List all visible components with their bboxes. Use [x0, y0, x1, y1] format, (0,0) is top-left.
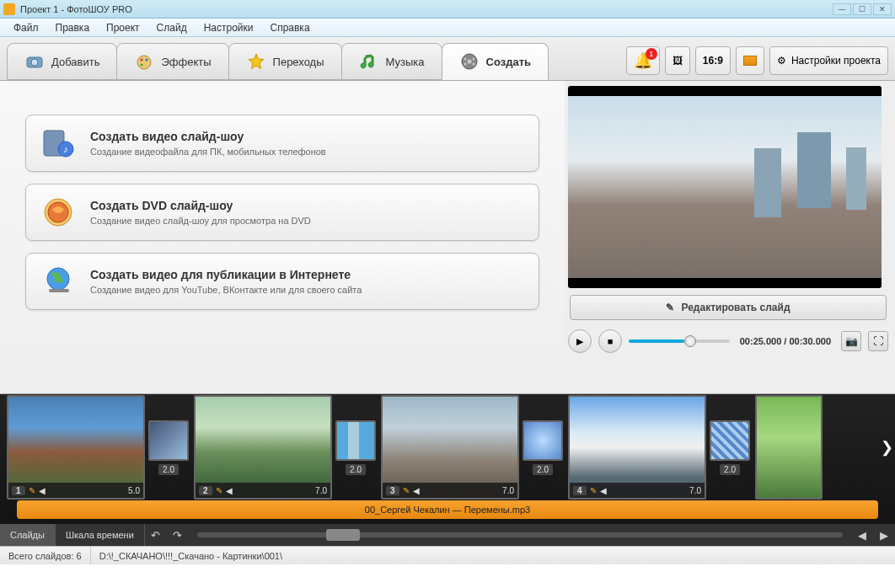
tab-label: Переходы	[273, 56, 324, 68]
snapshot-button[interactable]: 📷	[841, 331, 861, 351]
dvd-icon	[40, 194, 77, 231]
aspect-label: 16:9	[703, 55, 723, 67]
zoom-slider[interactable]	[197, 532, 843, 537]
svg-point-1	[31, 59, 38, 66]
create-video-button[interactable]: ♪ Создать видео слайд-шоу Создание видео…	[25, 115, 539, 172]
camera-small-icon: 📷	[845, 335, 858, 347]
transition-duration: 2.0	[158, 464, 179, 475]
zoom-out-button[interactable]: ◀	[851, 524, 873, 546]
menu-file[interactable]: Файл	[7, 19, 46, 36]
menu-project[interactable]: Проект	[99, 19, 147, 36]
transition-preview	[523, 420, 563, 461]
edit-icon[interactable]: ✎	[216, 486, 222, 495]
audio-track[interactable]: 00_Сергей Чекалин — Перемены.mp3	[17, 500, 878, 519]
svg-point-4	[146, 59, 148, 61]
seek-thumb[interactable]	[684, 335, 696, 347]
svg-point-11	[464, 63, 466, 66]
minimize-button[interactable]: —	[833, 3, 851, 15]
prev-icon[interactable]: ◀	[39, 486, 46, 495]
slide-number: 3	[386, 486, 399, 495]
tab-label: Эффекты	[161, 56, 211, 68]
camera-icon	[24, 51, 45, 72]
seek-bar[interactable]	[629, 339, 730, 343]
slide-number: 2	[199, 486, 212, 495]
status-total-slides: Всего слайдов: 6	[0, 547, 91, 564]
transition-thumb-2[interactable]: 2.0	[335, 420, 376, 475]
tab-transitions[interactable]: Переходы	[228, 43, 342, 80]
svg-point-9	[464, 58, 466, 61]
notifications-button[interactable]: 🔔1	[626, 46, 660, 75]
prev-icon[interactable]: ◀	[600, 486, 607, 495]
redo-button[interactable]: ↷	[167, 524, 189, 546]
create-internet-button[interactable]: Создать видео для публикации в Интернете…	[25, 253, 539, 310]
gear-icon: ⚙	[777, 55, 786, 67]
menu-bar: Файл Правка Проект Слайд Настройки Справ…	[0, 19, 895, 37]
scroll-right-button[interactable]: ❯	[881, 438, 893, 457]
transition-thumb-3[interactable]: 2.0	[523, 420, 563, 475]
fullscreen-icon: ⛶	[873, 335, 883, 347]
film-strip[interactable]: 1 ✎ ◀ 5.0 2.0 2 ✎ ◀ 7.0	[0, 394, 895, 500]
undo-button[interactable]: ↶	[145, 524, 167, 546]
edit-icon[interactable]: ✎	[590, 486, 597, 495]
tab-add[interactable]: Добавить	[7, 43, 117, 80]
crop-icon	[743, 56, 757, 66]
audio-track-label: 00_Сергей Чекалин — Перемены.mp3	[365, 505, 530, 515]
zoom-thumb[interactable]	[326, 529, 360, 541]
preview-panel: ✎ Редактировать слайд ▶ ■ 00:25.000 / 00…	[565, 81, 895, 393]
slide-number: 4	[573, 486, 587, 495]
close-button[interactable]: ✕	[873, 3, 892, 15]
prev-icon[interactable]: ◀	[413, 486, 420, 495]
svg-point-12	[472, 63, 474, 66]
slide-thumb[interactable]: 4 ✎ ◀ 7.0	[568, 395, 706, 500]
stop-button[interactable]: ■	[598, 329, 622, 353]
create-dvd-button[interactable]: Создать DVD слайд-шоу Создание видео сла…	[25, 184, 539, 241]
slide-thumb[interactable]: 2 ✎ ◀ 7.0	[194, 395, 332, 500]
tab-create[interactable]: Создать	[442, 43, 549, 80]
transition-duration: 2.0	[346, 464, 366, 475]
edit-slide-label: Редактировать слайд	[681, 302, 790, 313]
option-title: Создать видео слайд-шоу	[90, 130, 326, 143]
option-desc: Создание видео слайд-шоу для просмотра н…	[90, 216, 311, 226]
gallery-button[interactable]: 🖼	[665, 46, 690, 75]
slide-duration: 7.0	[315, 486, 327, 495]
prev-icon[interactable]: ◀	[226, 486, 233, 495]
menu-settings[interactable]: Настройки	[197, 19, 260, 36]
slide-thumb[interactable]: 3 ✎ ◀ 7.0	[381, 395, 519, 500]
slide-duration: 7.0	[689, 486, 701, 495]
edit-icon[interactable]: ✎	[403, 486, 410, 495]
pencil-icon: ✎	[666, 302, 674, 313]
zoom-in-button[interactable]: ▶	[873, 524, 895, 546]
project-settings-button[interactable]: ⚙ Настройки проекта	[769, 46, 888, 75]
time-display: 00:25.000 / 00:30.000	[737, 336, 834, 346]
tab-label: Добавить	[51, 56, 99, 68]
film-icon	[459, 51, 480, 72]
timeline-tab-timeline[interactable]: Шкала времени	[56, 524, 145, 546]
window-controls: — ☐ ✕	[833, 3, 892, 15]
aspect-ratio-button[interactable]: 16:9	[695, 46, 731, 75]
menu-slide[interactable]: Слайд	[150, 19, 194, 36]
svg-rect-19	[49, 289, 69, 292]
preview-viewport[interactable]	[568, 86, 882, 288]
fullscreen-button[interactable]: ⛶	[868, 331, 888, 351]
preview-image	[568, 96, 882, 278]
edit-slide-button[interactable]: ✎ Редактировать слайд	[570, 295, 887, 320]
play-button[interactable]: ▶	[568, 329, 592, 353]
main-area: ♪ Создать видео слайд-шоу Создание видео…	[0, 81, 895, 394]
tab-music[interactable]: Музыка	[341, 43, 442, 80]
option-title: Создать DVD слайд-шоу	[90, 199, 311, 212]
menu-help[interactable]: Справка	[263, 19, 316, 36]
timeline-tab-slides[interactable]: Слайды	[0, 524, 56, 546]
slide-group-4: 4 ✎ ◀ 7.0 2.0	[568, 395, 750, 500]
slide-group-3: 3 ✎ ◀ 7.0 2.0	[381, 395, 563, 500]
transition-thumb-4[interactable]: 2.0	[710, 420, 750, 475]
slide-image	[757, 397, 821, 498]
maximize-button[interactable]: ☐	[853, 3, 871, 15]
crop-button[interactable]	[736, 46, 764, 75]
edit-icon[interactable]: ✎	[29, 486, 35, 495]
slide-thumb[interactable]: 1 ✎ ◀ 5.0	[7, 395, 145, 500]
slide-thumb[interactable]	[755, 395, 823, 500]
music-icon	[359, 51, 379, 72]
menu-edit[interactable]: Правка	[49, 19, 97, 36]
tab-effects[interactable]: Эффекты	[116, 43, 228, 80]
transition-thumb-1[interactable]: 2.0	[148, 420, 189, 475]
